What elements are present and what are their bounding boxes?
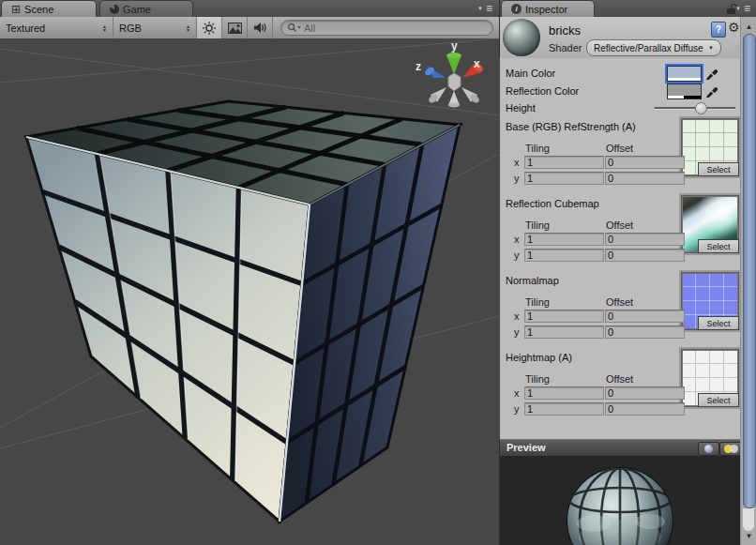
tab-inspector[interactable]: i Inspector (501, 0, 595, 17)
cubemap-offset-y-input[interactable] (605, 249, 685, 262)
cubemap-select-button[interactable]: Select (698, 239, 739, 253)
scrollbar-thumb[interactable] (743, 34, 756, 508)
help-icon[interactable]: ? (711, 22, 726, 38)
normalmap-x-label: x (514, 310, 520, 322)
audio-toggle-button[interactable] (248, 17, 273, 38)
gizmo-y-label: y (451, 39, 458, 53)
scene-search-field[interactable] (280, 20, 493, 36)
material-header: bricks Shader Reflective/Parallax Diffus… (499, 17, 756, 59)
texture-section-normalmap: NormalmapSelectTilingOffsetxy (500, 272, 740, 349)
cubemap-offset-x-input[interactable] (605, 233, 685, 246)
reflection-color-swatch[interactable] (667, 83, 702, 99)
normalmap-tiling-header: Tiling (525, 296, 550, 308)
cubemap-y-label: y (514, 250, 520, 261)
speaker-icon (253, 22, 267, 34)
normalmap-select-button[interactable]: Select (698, 316, 739, 330)
glass-block-cube[interactable] (26, 101, 460, 522)
normalmap-tiling-x-input[interactable] (524, 310, 604, 323)
texture-section-cubemap: Reflection CubemapSelectTilingOffsetxy (500, 195, 740, 272)
inspector-scrollbar[interactable]: ▲ ▼ (740, 17, 756, 545)
draw-mode-value: Textured (6, 23, 45, 34)
cubemap-texture-thumbnail[interactable]: Select (681, 195, 739, 253)
menu-bars-icon: ≡ (486, 4, 493, 13)
base-texture-thumbnail[interactable]: Select (681, 118, 739, 176)
scene-search-input[interactable] (302, 22, 487, 35)
updown-arrows-icon: ▲▼ (186, 24, 190, 32)
scrollbar-up-arrow[interactable]: ▲ (741, 23, 756, 31)
image-icon (228, 23, 242, 34)
search-icon (287, 23, 302, 33)
heightmap-tiling-header: Tiling (525, 373, 550, 385)
scrollbar-track-empty (743, 508, 754, 531)
chevron-down-icon: ▼ (708, 45, 714, 51)
scene-toolbar: Textured ▲▼ RGB ▲▼ (0, 17, 499, 39)
color-mode-dropdown[interactable]: RGB ▲▼ (113, 17, 197, 38)
lighting-toggle-button[interactable] (197, 17, 222, 38)
preview-header: Preview (499, 439, 741, 458)
heightmap-offset-y-input[interactable] (605, 402, 685, 416)
tab-game[interactable]: Game (99, 0, 193, 17)
shader-dropdown[interactable]: Reflective/Parallax Diffuse ▼ (586, 39, 721, 56)
heightmap-select-button[interactable]: Select (698, 393, 739, 407)
alpha-bar (668, 96, 701, 98)
material-properties: Main Color Reflection Color Height Base … (500, 58, 740, 439)
material-name: bricks (549, 23, 581, 38)
game-icon (110, 5, 119, 14)
normalmap-section-label: Normalmap (506, 275, 559, 286)
scene-grid-icon: ⊞ (11, 3, 21, 16)
reflection-color-eyedropper-icon[interactable] (705, 83, 718, 98)
info-icon: i (511, 4, 522, 14)
cubemap-tiling-header: Tiling (525, 220, 550, 231)
sun-icon (203, 22, 216, 35)
base-y-label: y (514, 173, 520, 184)
preview-title: Preview (507, 442, 546, 453)
cubemap-section-label: Reflection Cubemap (506, 198, 599, 209)
base-offset-header: Offset (606, 143, 633, 154)
tab-inspector-label: Inspector (525, 4, 567, 15)
inspector-panel-menu-icon[interactable]: ▼ ≡ (735, 4, 751, 13)
texture-section-base: Base (RGB) RefStrength (A)SelectTilingOf… (500, 118, 740, 195)
base-tiling-header: Tiling (525, 143, 550, 154)
unity-editor-window: ⊞ Scene Game ▼ ≡ Textured ▲▼ RGB ▲▼ (0, 0, 756, 545)
base-select-button[interactable]: Select (698, 162, 739, 176)
preview-sphere-button[interactable] (698, 442, 719, 456)
cubemap-tiling-x-input[interactable] (524, 233, 604, 246)
main-color-eyedropper-icon[interactable] (705, 66, 718, 80)
cubemap-tiling-y-input[interactable] (524, 249, 604, 262)
preview-lighting-button[interactable] (719, 442, 742, 456)
tab-scene-label: Scene (24, 4, 53, 15)
base-tiling-x-input[interactable] (524, 156, 604, 169)
normalmap-offset-y-input[interactable] (605, 325, 685, 339)
draw-mode-dropdown[interactable]: Textured ▲▼ (0, 17, 113, 38)
base-tiling-y-input[interactable] (524, 172, 604, 185)
main-color-swatch[interactable] (667, 66, 702, 82)
updown-arrows-icon: ▲▼ (102, 24, 107, 32)
height-slider-handle[interactable] (695, 102, 707, 114)
scene-orientation-gizmo[interactable]: y x z (416, 39, 484, 108)
normalmap-tiling-y-input[interactable] (524, 325, 604, 339)
scene-panel-menu-icon[interactable]: ▼ ≡ (477, 4, 493, 13)
menu-caret-icon: ▼ (477, 4, 484, 13)
main-color-label: Main Color (506, 68, 555, 79)
heightmap-offset-x-input[interactable] (605, 386, 685, 400)
normalmap-texture-thumbnail[interactable]: Select (681, 272, 739, 330)
heightmap-y-label: y (514, 403, 520, 415)
heightmap-texture-thumbnail[interactable]: Select (681, 349, 739, 407)
lights-icon (724, 445, 737, 453)
scrollbar-down-arrow[interactable]: ▼ (741, 532, 756, 540)
tab-scene[interactable]: ⊞ Scene (1, 0, 97, 17)
menu-bars-icon: ≡ (744, 4, 751, 13)
base-offset-y-input[interactable] (605, 172, 685, 185)
heightmap-tiling-y-input[interactable] (524, 402, 604, 416)
normalmap-offset-x-input[interactable] (605, 310, 685, 323)
base-offset-x-input[interactable] (605, 156, 685, 169)
height-label: Height (506, 102, 536, 114)
skybox-toggle-button[interactable] (222, 17, 248, 38)
color-mode-value: RGB (119, 23, 142, 34)
scene-viewport[interactable]: y x z (0, 38, 499, 545)
heightmap-section-label: Heightmap (A) (506, 352, 572, 363)
base-section-label: Base (RGB) RefStrength (A) (506, 121, 636, 132)
reflection-color-label: Reflection Color (506, 85, 579, 97)
material-preview-area[interactable] (499, 456, 741, 545)
heightmap-tiling-x-input[interactable] (524, 386, 604, 400)
